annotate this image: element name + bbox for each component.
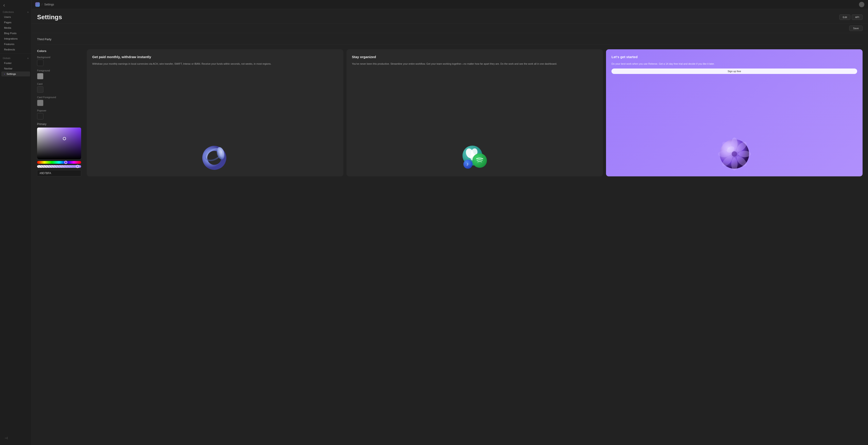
collections-section-label: Collections ∧ xyxy=(0,9,31,14)
globals-section-label: Globals ∧ xyxy=(0,55,31,60)
card-label: Card xyxy=(37,83,82,85)
sidebar-item-redirects[interactable]: Redirects xyxy=(1,47,30,52)
sidebar-logout[interactable]: ⊣ xyxy=(1,434,30,442)
sidebar-back-button[interactable] xyxy=(0,3,31,9)
apps-icon: ♪ xyxy=(459,144,491,171)
sidebar-item-navbar[interactable]: Navbar xyxy=(1,66,30,71)
main-body: Colors Background Foreground Card xyxy=(37,49,863,176)
foreground-color-row: Foreground xyxy=(37,69,82,79)
save-bar: Save xyxy=(32,24,868,33)
background-label: Background xyxy=(37,56,82,59)
opacity-slider[interactable] xyxy=(37,165,81,168)
preview-cards: Get paid monthly, withdraw instantly Wit… xyxy=(87,49,863,176)
popover-swatch[interactable] xyxy=(37,113,43,119)
crystal-icon xyxy=(717,137,751,171)
colors-panel: Colors Background Foreground Card xyxy=(37,49,87,176)
sidebar-item-footer[interactable]: Footer xyxy=(1,61,30,66)
sidebar: Collections ∧ Users Pages Media Blog Pos… xyxy=(0,0,32,445)
svg-point-15 xyxy=(731,158,738,171)
main-content: / Settings Settings Edit API Save Third … xyxy=(32,0,868,445)
card-foreground-swatch[interactable] xyxy=(37,100,43,106)
card-3-image xyxy=(612,74,857,171)
sidebar-item-blog-posts[interactable]: Blog Posts xyxy=(1,31,30,36)
popover-color-row: Popover xyxy=(37,109,82,119)
background-swatch[interactable] xyxy=(37,60,43,66)
card-3-title: Let's get started xyxy=(612,55,857,59)
foreground-label: Foreground xyxy=(37,69,82,72)
card-2-body: You've never been this productive. Strea… xyxy=(352,62,598,66)
page-title: Settings xyxy=(37,13,62,21)
opacity-slider-thumb xyxy=(76,165,79,168)
svg-text:♪: ♪ xyxy=(466,161,469,167)
app-logo xyxy=(35,2,40,7)
third-party-section-title: Third Party xyxy=(37,37,863,41)
primary-label: Primary xyxy=(37,123,82,126)
sidebar-item-pages[interactable]: Pages xyxy=(1,20,30,25)
hex-value-display: #9D7BFA xyxy=(37,170,81,176)
card-color-row: Card xyxy=(37,83,82,93)
page-header: Settings Edit API xyxy=(32,9,868,24)
background-color-row: Background xyxy=(37,56,82,66)
gradient-dark-layer xyxy=(37,127,81,159)
card-foreground-label: Card Foreground xyxy=(37,96,82,98)
ring-icon xyxy=(200,142,230,171)
user-avatar[interactable] xyxy=(859,2,864,7)
popover-label: Popover xyxy=(37,109,82,112)
edit-button[interactable]: Edit xyxy=(839,14,850,20)
color-gradient-picker[interactable] xyxy=(37,127,81,159)
hue-slider-thumb xyxy=(64,161,67,164)
colors-heading: Colors xyxy=(37,49,82,53)
card-3-body: Do your best work when you use Releese. … xyxy=(612,62,857,66)
sidebar-item-settings[interactable]: › Settings xyxy=(1,71,30,77)
card-1-image xyxy=(92,66,338,171)
sidebar-item-media[interactable]: Media xyxy=(1,25,30,30)
section-divider xyxy=(37,44,863,45)
card-foreground-color-row: Card Foreground xyxy=(37,96,82,106)
breadcrumb-page: Settings xyxy=(44,3,54,6)
svg-point-20 xyxy=(732,151,737,157)
card-swatch[interactable] xyxy=(37,86,43,93)
breadcrumb-separator: / xyxy=(41,3,42,6)
sidebar-item-integrations[interactable]: Integrations xyxy=(1,36,30,41)
card-1-body: Withdraw your monthly earnings in local … xyxy=(92,62,338,66)
api-button[interactable]: API xyxy=(852,14,863,20)
settings-chevron-icon: › xyxy=(4,72,5,75)
sidebar-divider xyxy=(0,54,31,54)
page-content: Third Party Colors Background Foreground xyxy=(32,33,868,445)
save-button[interactable]: Save xyxy=(849,26,863,31)
svg-point-13 xyxy=(738,151,751,157)
svg-point-7 xyxy=(472,153,487,168)
back-icon xyxy=(2,4,6,7)
preview-card-3: Let's get started Do your best work when… xyxy=(606,49,863,176)
hue-slider[interactable] xyxy=(37,161,81,164)
card-2-title: Stay organized xyxy=(352,55,598,59)
card-1-title: Get paid monthly, withdraw instantly xyxy=(92,55,338,59)
preview-card-1: Get paid monthly, withdraw instantly Wit… xyxy=(87,49,343,176)
primary-color-section: Primary #9D xyxy=(37,123,82,176)
preview-card-2: Stay organized You've never been this pr… xyxy=(346,49,603,176)
card-2-image: ♪ xyxy=(352,66,598,171)
foreground-swatch[interactable] xyxy=(37,73,43,79)
signup-button[interactable]: Sign up free xyxy=(612,68,857,74)
sidebar-item-features[interactable]: Features xyxy=(1,41,30,47)
header-buttons: Edit API xyxy=(839,14,863,20)
topbar: / Settings xyxy=(32,0,868,9)
sidebar-item-users[interactable]: Users xyxy=(1,14,30,20)
